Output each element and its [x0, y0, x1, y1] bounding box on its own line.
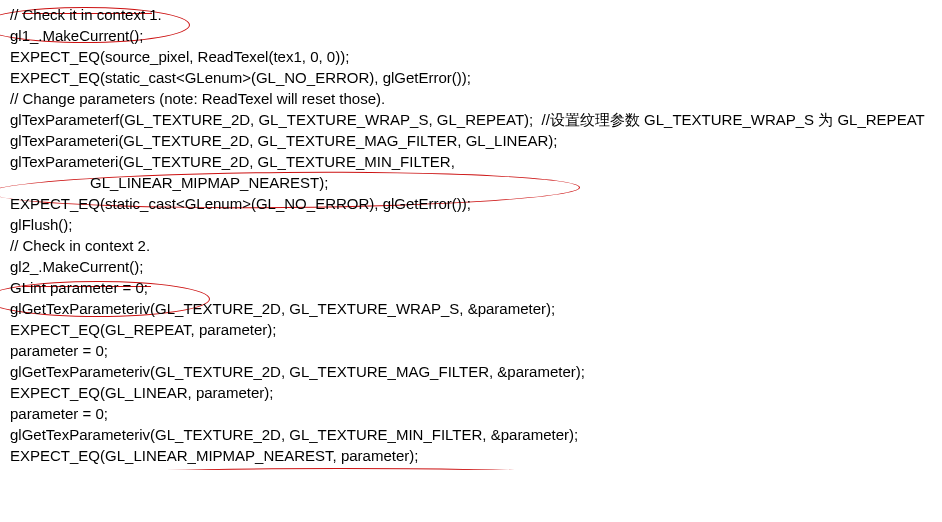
code-line: EXPECT_EQ(source_pixel, ReadTexel(tex1, …	[10, 46, 932, 67]
code-line: parameter = 0;	[10, 340, 932, 361]
code-block: // Check it in context 1. gl1_.MakeCurre…	[10, 4, 932, 466]
code-line: glGetTexParameteriv(GL_TEXTURE_2D, GL_TE…	[10, 361, 932, 382]
code-line: EXPECT_EQ(static_cast<GLenum>(GL_NO_ERRO…	[10, 193, 932, 214]
code-line: gl2_.MakeCurrent();	[10, 256, 932, 277]
code-line: EXPECT_EQ(GL_LINEAR_MIPMAP_NEAREST, para…	[10, 445, 932, 466]
code-line: glGetTexParameteriv(GL_TEXTURE_2D, GL_TE…	[10, 424, 932, 445]
code-line: glFlush();	[10, 214, 932, 235]
code-line: // Check in context 2.	[10, 235, 932, 256]
annotation-ellipse	[0, 468, 690, 470]
code-line: GLint parameter = 0;	[10, 277, 932, 298]
code-line: glGetTexParameteriv(GL_TEXTURE_2D, GL_TE…	[10, 298, 932, 319]
code-line: // Change parameters (note: ReadTexel wi…	[10, 88, 932, 109]
code-line: GL_LINEAR_MIPMAP_NEAREST);	[10, 172, 932, 193]
code-line: glTexParameterf(GL_TEXTURE_2D, GL_TEXTUR…	[10, 109, 932, 130]
code-line: EXPECT_EQ(GL_REPEAT, parameter);	[10, 319, 932, 340]
code-line: glTexParameteri(GL_TEXTURE_2D, GL_TEXTUR…	[10, 130, 932, 151]
code-line: parameter = 0;	[10, 403, 932, 424]
code-line: gl1_.MakeCurrent();	[10, 25, 932, 46]
code-line: EXPECT_EQ(GL_LINEAR, parameter);	[10, 382, 932, 403]
code-line: glTexParameteri(GL_TEXTURE_2D, GL_TEXTUR…	[10, 151, 932, 172]
code-line: // Check it in context 1.	[10, 4, 932, 25]
code-line: EXPECT_EQ(static_cast<GLenum>(GL_NO_ERRO…	[10, 67, 932, 88]
